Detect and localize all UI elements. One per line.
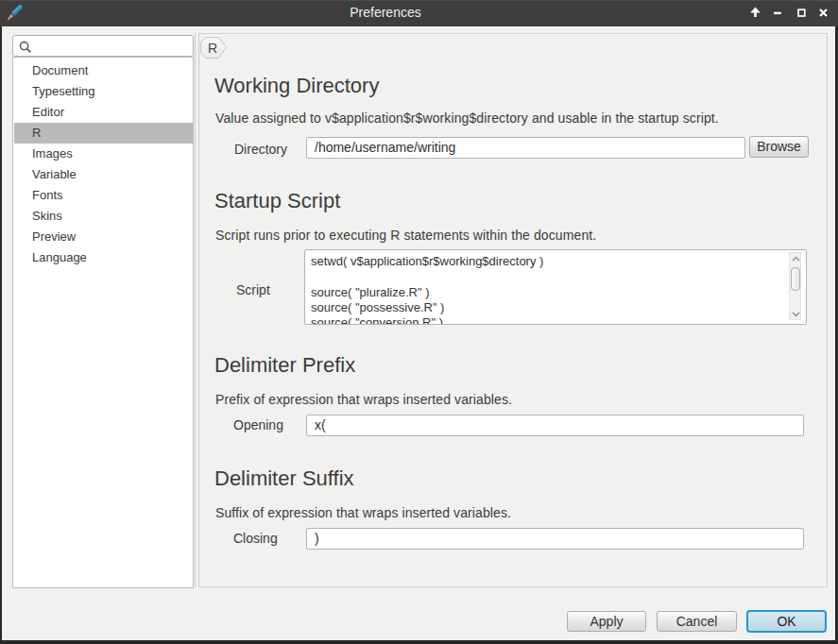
svg-text:R: R [208,41,217,56]
